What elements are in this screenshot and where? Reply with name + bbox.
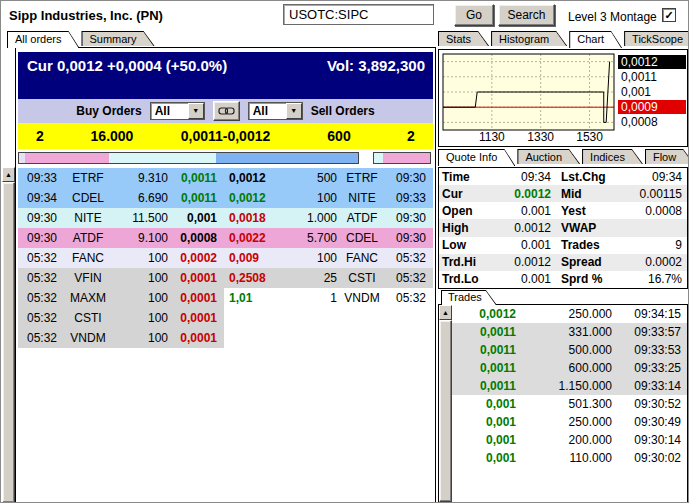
trade-row: 0,0011600.00009:33:25 <box>452 359 687 377</box>
ask-size: 5.700 <box>286 231 337 245</box>
ask-mm: VNDM <box>337 291 387 305</box>
trade-size: 250.000 <box>516 415 612 429</box>
tab-label: All orders <box>8 32 78 48</box>
level3-montage-window: Sipp Industries, Inc. (PN) Go Search Lev… <box>0 0 689 503</box>
quote-label: Trd.Lo <box>439 272 489 286</box>
bid-half: 05:32CSTI1000,0001 <box>18 308 224 328</box>
bid-size: 100 <box>114 291 168 305</box>
bid-time: 05:32 <box>18 271 62 285</box>
link-filters-button[interactable] <box>213 101 240 121</box>
depth-segment <box>383 153 430 163</box>
tab-quote-info[interactable]: Quote Info <box>438 149 515 166</box>
buy-filter-select[interactable]: All ▼ <box>150 102 205 120</box>
trades-scrollbar[interactable]: ▲ <box>439 305 452 502</box>
order-book-row[interactable]: 05:32VFIN1000,00010,250825CSTI05:32 <box>18 268 433 288</box>
symbol-input[interactable] <box>283 4 434 25</box>
order-book-row[interactable]: 09:34CDEL6.6900,00110,0012100NITE09:33 <box>18 188 433 208</box>
panel-divider <box>435 47 436 503</box>
buy-orders-label: Buy Orders <box>76 104 141 118</box>
quote-label: Time <box>439 170 489 184</box>
ask-size: 100 <box>286 191 337 205</box>
order-book-row[interactable]: 09:30NITE11.5000,0010,00181.000ATDF09:30 <box>18 208 433 228</box>
bid-price: 0,0002 <box>168 251 224 265</box>
tab-summary[interactable]: Summary <box>81 31 154 46</box>
quote-value: 0.0002 <box>615 255 687 269</box>
trades-tabs: Trades <box>441 290 499 308</box>
trade-price: 0,0011 <box>452 379 516 393</box>
bid-price: 0,001 <box>168 211 224 225</box>
trade-size: 200.000 <box>516 433 612 447</box>
depth-bar-right <box>373 152 431 164</box>
scrollbar-thumb[interactable] <box>2 182 15 503</box>
tab-tickscope[interactable]: TickScope <box>624 31 689 46</box>
search-button[interactable]: Search <box>498 4 555 26</box>
tab-flow[interactable]: Flow <box>645 149 689 164</box>
order-book-row[interactable]: 05:32FANC1000,00020,009100FANC05:32 <box>18 248 433 268</box>
order-book-row[interactable]: 05:32CSTI1000,0001 <box>18 308 433 328</box>
bid-half: 09:30ATDF9.1000,0008 <box>18 228 224 248</box>
sell-filter-select[interactable]: All ▼ <box>248 102 303 120</box>
trade-time: 09:30:52 <box>612 397 687 411</box>
ask-price: 0,0022 <box>224 231 286 245</box>
scrollbar-thumb[interactable] <box>439 320 452 502</box>
depth-bars <box>18 152 433 164</box>
bid-price: 0,0011 <box>168 191 224 205</box>
bid-size: 100 <box>114 311 168 325</box>
quote-info-row: Low0.001Trades9 <box>439 237 687 254</box>
trade-size: 250.000 <box>516 307 612 321</box>
tab-histogram[interactable]: Histogram <box>491 31 567 46</box>
trade-time: 09:30:49 <box>612 415 687 429</box>
scroll-up-icon[interactable]: ▲ <box>2 167 15 182</box>
best-bid-ask: 0,0011-0,0012 <box>162 128 289 144</box>
bid-size: 11.500 <box>114 211 168 225</box>
order-book-row[interactable]: 05:32MAXM1000,00011,011VNDM05:32 <box>18 288 433 308</box>
ask-total-size: 600 <box>289 128 389 144</box>
quote-label: High <box>439 221 489 235</box>
trade-size: 500.000 <box>516 343 612 357</box>
tab-label: Indices <box>583 150 642 164</box>
chevron-down-icon[interactable]: ▼ <box>286 103 302 119</box>
trade-size: 110.000 <box>516 451 612 465</box>
tab-auction[interactable]: Auction <box>517 149 580 164</box>
ask-half: 0,0012100NITE09:33 <box>224 188 433 208</box>
level3-checkbox[interactable]: ✓ <box>662 8 676 22</box>
bid-half: 09:33ETRF9.3100,0011 <box>18 168 224 188</box>
tab-label: TickScope <box>625 32 689 46</box>
ask-price: 0,2508 <box>224 271 286 285</box>
chart-x-axis-label: 1530 <box>562 130 618 144</box>
tab-chart[interactable]: Chart <box>569 31 622 48</box>
order-book-row[interactable]: 05:32VNDM1000,0001 <box>18 328 433 348</box>
quote-label: VWAP <box>551 221 615 235</box>
bid-mm: VFIN <box>62 271 114 285</box>
ask-size: 1 <box>286 291 337 305</box>
tab-trades[interactable]: Trades <box>441 290 497 305</box>
trade-price: 0,0012 <box>452 307 516 321</box>
trade-time: 09:33:53 <box>612 343 687 357</box>
trade-time: 09:33:25 <box>612 361 687 375</box>
go-button[interactable]: Go <box>454 4 494 26</box>
ask-half: 1,011VNDM05:32 <box>224 288 433 308</box>
ask-price: 0,0012 <box>224 171 286 185</box>
chart-y-axis-label: 0,0008 <box>618 115 686 129</box>
tab-stats[interactable]: Stats <box>438 31 489 46</box>
bid-total-size: 16.000 <box>62 128 162 144</box>
book-scrollbar[interactable]: ▲ <box>2 167 15 503</box>
tab-all-orders[interactable]: All orders <box>7 31 79 48</box>
quote-label: Low <box>439 238 489 252</box>
ask-half <box>224 308 433 328</box>
order-book-row[interactable]: 09:30ATDF9.1000,00080,00225.700CDEL09:30 <box>18 228 433 248</box>
chart-x-axis-label: 1130 <box>464 130 520 144</box>
order-book-row[interactable]: 09:33ETRF9.3100,00110,0012500ETRF09:30 <box>18 168 433 188</box>
bid-price: 0,0001 <box>168 311 224 325</box>
bid-mm: CDEL <box>62 191 114 205</box>
bid-size: 100 <box>114 251 168 265</box>
tab-indices[interactable]: Indices <box>582 149 643 164</box>
tab-label: Summary <box>82 32 153 46</box>
order-book: 09:33ETRF9.3100,00110,0012500ETRF09:3009… <box>18 168 433 348</box>
ask-time: 05:32 <box>387 271 433 285</box>
trade-size: 501.300 <box>516 397 612 411</box>
depth-segment <box>25 153 110 163</box>
ask-size: 500 <box>286 171 337 185</box>
chevron-down-icon[interactable]: ▼ <box>188 103 204 119</box>
quote-label: Trd.Hi <box>439 255 489 269</box>
